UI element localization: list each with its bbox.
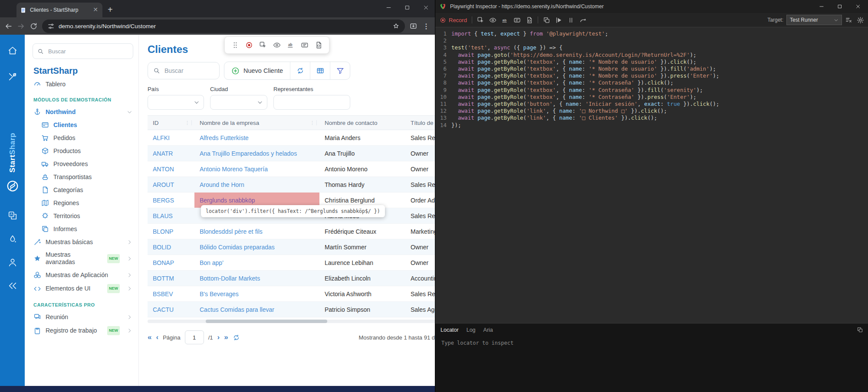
company-link[interactable]: Around the Horn xyxy=(194,177,319,193)
company-link[interactable]: B's Beverages xyxy=(194,286,319,302)
reload-button[interactable] xyxy=(30,22,38,30)
sidebar-item-pedidos[interactable]: Pedidos xyxy=(33,131,133,144)
company-link[interactable]: Bon app' xyxy=(194,255,319,271)
snapshot-icon[interactable] xyxy=(315,41,322,49)
company-link[interactable]: Blondesddsl père et fils xyxy=(194,224,319,239)
customer-id-link[interactable]: BERGS xyxy=(148,193,194,208)
drag-handle-icon[interactable] xyxy=(231,41,239,49)
ab-icon[interactable]: ab xyxy=(287,41,295,49)
col-header-contact[interactable]: Nombre de contacto xyxy=(319,116,405,130)
filter-button[interactable] xyxy=(330,62,350,79)
grid-search-input[interactable] xyxy=(164,67,214,75)
representantes-input[interactable] xyxy=(273,95,350,110)
sidebar-item-regiones[interactable]: Regiones xyxy=(33,196,133,209)
browser-maximize-button[interactable] xyxy=(404,5,410,10)
pick-icon[interactable] xyxy=(259,41,267,49)
company-link[interactable]: Alfreds Futterkiste xyxy=(194,130,319,146)
value-icon[interactable] xyxy=(301,41,309,49)
copydoc-icon[interactable] xyxy=(543,16,550,24)
sidebar-item-categorias[interactable]: Categorías xyxy=(33,183,133,196)
sidebar-search-input[interactable] xyxy=(47,48,128,55)
company-link[interactable]: Cactus Comidas para llevar xyxy=(194,302,319,317)
resume-icon[interactable] xyxy=(555,16,562,24)
back-button[interactable] xyxy=(4,22,13,30)
sidebar-item-elementos-de-ui[interactable]: Elementos de UI NEW xyxy=(33,281,133,296)
bookmark-star-icon[interactable] xyxy=(392,23,400,30)
pick-icon[interactable] xyxy=(477,16,484,24)
collapse-sidebar-icon[interactable] xyxy=(8,281,17,291)
sidebar-item-informes[interactable]: Informes xyxy=(33,222,133,235)
customer-id-link[interactable]: BOTTM xyxy=(148,271,194,286)
ciudad-select[interactable] xyxy=(210,95,267,110)
eye-icon[interactable] xyxy=(273,41,281,49)
customer-id-link[interactable]: ANATR xyxy=(148,146,194,161)
refresh-button[interactable] xyxy=(290,62,310,79)
sidebar-item-muestras-de-aplicacion[interactable]: Muestras de Aplicación xyxy=(33,268,133,281)
horizontal-scrollbar[interactable] xyxy=(148,320,435,323)
grid-search[interactable] xyxy=(148,62,220,79)
target-select[interactable]: Test Runner xyxy=(786,15,842,25)
record-icon[interactable] xyxy=(245,41,253,49)
customer-id-link[interactable]: CACTU xyxy=(148,302,194,317)
forward-button[interactable] xyxy=(17,22,25,30)
browser-menu-icon[interactable]: ⋮ xyxy=(422,22,431,30)
pais-select[interactable] xyxy=(148,95,204,110)
customer-id-link[interactable]: BSBEV xyxy=(148,286,194,302)
pause-icon[interactable] xyxy=(567,16,575,24)
home-icon[interactable] xyxy=(8,46,17,56)
tab-log[interactable]: Log xyxy=(467,327,476,333)
customer-id-link[interactable]: ALFKI xyxy=(148,130,194,146)
col-header-company[interactable]: Nombre de la empresa⋮ xyxy=(194,116,319,130)
col-header-id[interactable]: ID⋮ xyxy=(148,116,194,130)
address-bar[interactable]: demo.serenity.is/Northwind/Customer xyxy=(42,20,405,33)
col-header-title[interactable]: Título de xyxy=(405,116,435,130)
customer-id-link[interactable]: ANTON xyxy=(148,161,194,177)
sidebar-item-transportistas[interactable]: Transportistas xyxy=(33,170,133,183)
new-customer-button[interactable]: Nuevo Cliente xyxy=(224,62,290,79)
browser-close-button[interactable] xyxy=(423,5,429,10)
snapshot-icon[interactable] xyxy=(526,16,533,24)
step-icon[interactable] xyxy=(579,16,587,24)
tab-locator[interactable]: Locator xyxy=(441,327,459,333)
company-link[interactable]: Antonio Moreno Taquería xyxy=(194,161,319,177)
tab-aria[interactable]: Aria xyxy=(483,327,493,333)
refresh-grid-icon[interactable] xyxy=(233,334,240,341)
locator-input[interactable] xyxy=(441,340,832,346)
tab-close-icon[interactable]: ✕ xyxy=(92,7,99,13)
sidebar-item-registro-de-trabajo[interactable]: Registro de trabajo NEW xyxy=(33,323,133,338)
browser-minimize-button[interactable] xyxy=(386,5,391,10)
customer-id-link[interactable]: BONAP xyxy=(148,255,194,271)
inspector-minimize-button[interactable] xyxy=(819,4,824,9)
brand-logo-icon[interactable] xyxy=(6,180,19,193)
prev-page-icon[interactable]: ‹ xyxy=(156,334,158,341)
company-link[interactable]: Ana Trujillo Emparedados y helados xyxy=(194,146,319,161)
customer-id-link[interactable]: AROUT xyxy=(148,177,194,193)
tools-icon[interactable] xyxy=(8,72,17,82)
company-link[interactable]: Bólido Comidas preparadas xyxy=(194,239,319,255)
sidebar-item-clientes[interactable]: Clientes xyxy=(33,118,133,131)
inspector-close-button[interactable] xyxy=(855,4,861,9)
next-page-icon[interactable]: › xyxy=(217,334,220,341)
page-number-input[interactable] xyxy=(185,330,204,344)
language-icon[interactable]: A xyxy=(8,211,17,220)
copy-icon[interactable] xyxy=(857,327,863,333)
theme-icon[interactable] xyxy=(8,234,17,244)
sidebar-item-muestras-avanzadas[interactable]: Muestras avanzadas NEW xyxy=(33,248,133,268)
eye-icon[interactable] xyxy=(489,16,496,24)
gear-icon[interactable] xyxy=(857,16,864,24)
scrollbar-thumb[interactable] xyxy=(206,320,327,323)
last-page-icon[interactable]: » xyxy=(224,334,228,341)
sidebar-item-muestras-basicas[interactable]: Muestras básicas xyxy=(33,235,133,248)
customer-id-link[interactable]: BLAUS xyxy=(148,208,194,224)
columns-button[interactable] xyxy=(310,62,330,79)
sidebar-item-proveedores[interactable]: Proveedores xyxy=(33,157,133,170)
sidebar-item-reunion[interactable]: Reunión xyxy=(33,310,133,323)
value-icon[interactable] xyxy=(513,16,521,24)
sidebar-item-productos[interactable]: Productos xyxy=(33,144,133,157)
new-tab-button[interactable]: + xyxy=(108,5,113,14)
clearlist-icon[interactable] xyxy=(845,16,852,24)
sidebar-item-northwind[interactable]: Northwind xyxy=(33,105,133,118)
test-code-editor[interactable]: 1import { test, expect } from '@playwrig… xyxy=(435,27,868,326)
inspector-maximize-button[interactable] xyxy=(837,4,842,9)
customer-id-link[interactable]: BOLID xyxy=(148,239,194,255)
